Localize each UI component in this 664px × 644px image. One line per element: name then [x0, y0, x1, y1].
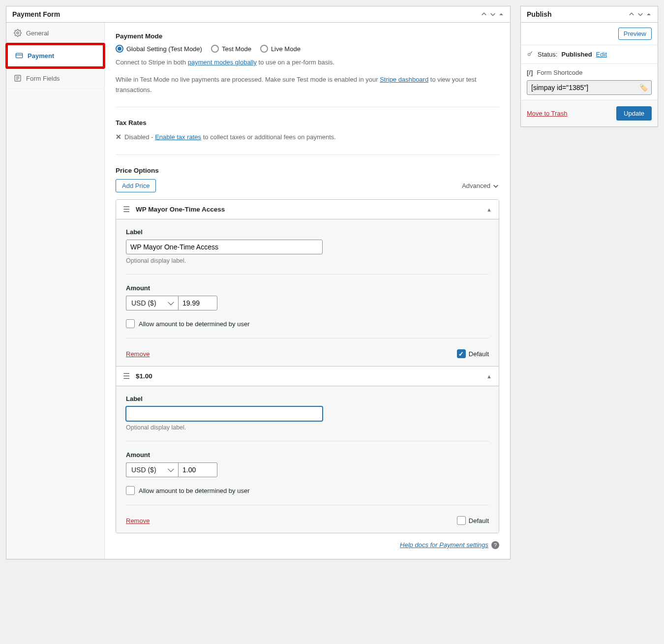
allow-user-checkbox[interactable]	[126, 319, 135, 328]
status-label: Status:	[538, 51, 557, 58]
move-up-icon[interactable]	[481, 11, 487, 18]
payment-mode-help1: Connect to Stripe in both payment modes …	[116, 58, 499, 68]
price-item-0: ☰ WP Mayor One-Time Access ▲ Label Optio…	[116, 200, 499, 367]
tab-form-fields[interactable]: Form Fields	[6, 68, 104, 89]
move-down-icon[interactable]	[637, 11, 644, 18]
gear-icon	[13, 29, 22, 37]
label-heading: Label	[126, 395, 489, 402]
preview-button[interactable]: Preview	[618, 28, 652, 40]
settings-tabs: General Payment Form Fields	[6, 23, 105, 559]
default-check[interactable]: Default	[457, 516, 489, 525]
help-icon[interactable]: ?	[491, 541, 499, 549]
price-list: ☰ WP Mayor One-Time Access ▲ Label Optio…	[116, 199, 499, 533]
link-enable-tax[interactable]: Enable tax rates	[155, 133, 201, 141]
allow-user-label: Allow amount to be determined by user	[139, 320, 249, 328]
radio-test[interactable]: Test Mode	[211, 45, 251, 53]
advanced-toggle[interactable]: Advanced	[462, 182, 499, 189]
price-item-title: WP Mayor One-Time Access	[136, 206, 225, 213]
publish-title: Publish	[527, 10, 552, 18]
payment-tab-content: Payment Mode Global Setting (Test Mode) …	[105, 23, 510, 559]
move-up-icon[interactable]	[628, 11, 635, 18]
shortcode-input[interactable]	[527, 80, 652, 95]
move-to-trash-link[interactable]: Move to Trash	[527, 110, 567, 117]
default-checkbox[interactable]	[457, 349, 466, 358]
label-heading: Label	[126, 228, 489, 236]
tab-payment-label: Payment	[28, 52, 54, 60]
collapse-caret-icon[interactable]: ▲	[486, 373, 492, 379]
move-down-icon[interactable]	[489, 11, 496, 18]
help-docs-link[interactable]: Help docs for Payment settings	[400, 541, 488, 549]
collapse-icon[interactable]	[498, 11, 504, 17]
svg-point-7	[528, 53, 530, 56]
price-item-title: $1.00	[136, 372, 152, 380]
tab-general-label: General	[26, 30, 49, 37]
amount-input[interactable]	[178, 462, 217, 477]
add-price-button[interactable]: Add Price	[116, 179, 156, 192]
highlight-payment-tab: Payment	[5, 43, 105, 69]
payment-form-metabox: Payment Form General Payme	[6, 6, 511, 559]
collapse-caret-icon[interactable]: ▲	[486, 207, 492, 213]
currency-select[interactable]: USD ($)	[126, 462, 178, 477]
help-docs: Help docs for Payment settings?	[116, 541, 499, 549]
tab-payment[interactable]: Payment	[8, 45, 103, 66]
tab-general[interactable]: General	[6, 23, 104, 44]
link-stripe-dashboard[interactable]: Stripe dashboard	[380, 76, 428, 83]
link-payment-modes-globally[interactable]: payment modes globally	[188, 59, 257, 66]
amount-heading: Amount	[126, 451, 489, 459]
svg-point-0	[17, 32, 19, 34]
amount-heading: Amount	[126, 284, 489, 292]
payment-form-title: Payment Form	[12, 10, 60, 18]
price-label-input[interactable]	[126, 406, 323, 421]
tab-form-fields-label: Form Fields	[26, 75, 60, 82]
price-item-1: ☰ $1.00 ▲ Label Optional display label. …	[116, 367, 499, 533]
key-icon	[527, 50, 534, 59]
status-value: Published	[561, 51, 592, 58]
chevron-down-icon	[492, 183, 499, 189]
radio-global[interactable]: Global Setting (Test Mode)	[116, 45, 202, 53]
label-help: Optional display label.	[126, 257, 489, 264]
status-row: Status: Published Edit	[521, 45, 658, 64]
payment-mode-heading: Payment Mode	[116, 32, 499, 40]
drag-handle-icon[interactable]: ☰	[123, 371, 130, 381]
currency-select[interactable]: USD ($)	[126, 296, 178, 310]
shortcode-icon: [/]	[527, 69, 533, 76]
metabox-controls	[481, 11, 504, 18]
copy-shortcode-icon[interactable]: 🏷️	[639, 84, 648, 92]
payment-mode-radios: Global Setting (Test Mode) Test Mode Liv…	[116, 45, 499, 53]
price-options-heading: Price Options	[116, 167, 499, 174]
x-icon: ✕	[116, 133, 121, 141]
price-label-input[interactable]	[126, 240, 323, 254]
collapse-icon[interactable]	[646, 11, 652, 17]
tax-heading: Tax Rates	[116, 119, 499, 126]
amount-input[interactable]	[178, 296, 217, 310]
default-label: Default	[469, 350, 489, 358]
allow-user-checkbox[interactable]	[126, 486, 135, 495]
price-item-header[interactable]: ☰ WP Mayor One-Time Access ▲	[116, 200, 499, 219]
default-checkbox[interactable]	[457, 516, 466, 525]
radio-live[interactable]: Live Mode	[260, 45, 301, 53]
drag-handle-icon[interactable]: ☰	[123, 205, 130, 214]
default-check[interactable]: Default	[457, 349, 489, 358]
remove-price-link[interactable]: Remove	[126, 350, 150, 358]
payment-mode-help2: While in Test Mode no live payments are …	[116, 75, 499, 95]
svg-rect-1	[16, 53, 22, 58]
shortcode-label: [/] Form Shortcode	[527, 69, 652, 76]
price-item-header[interactable]: ☰ $1.00 ▲	[116, 367, 499, 386]
publish-metabox: Publish Preview Status: Published Edit	[520, 6, 658, 127]
label-help: Optional display label.	[126, 424, 489, 431]
tax-status: ✕Disabled - Enable tax rates to collect …	[116, 131, 499, 143]
form-icon	[13, 74, 22, 83]
default-label: Default	[469, 517, 489, 524]
credit-card-icon	[15, 51, 24, 60]
allow-user-label: Allow amount to be determined by user	[139, 487, 249, 494]
remove-price-link[interactable]: Remove	[126, 517, 150, 524]
update-button[interactable]: Update	[616, 106, 652, 121]
edit-status-link[interactable]: Edit	[596, 51, 607, 58]
